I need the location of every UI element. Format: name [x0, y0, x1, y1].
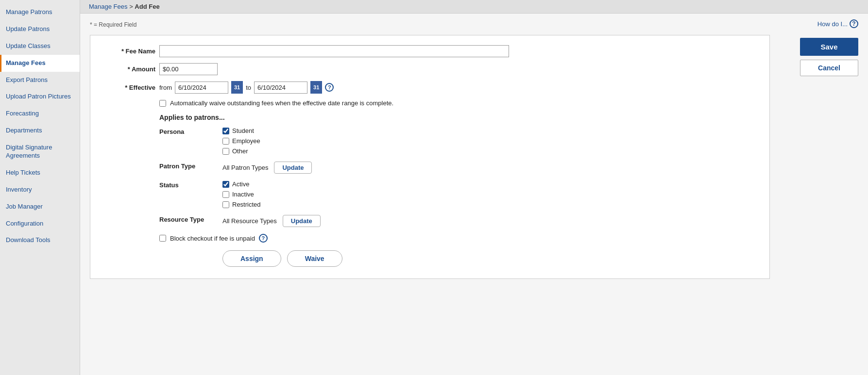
content-area: How do I... ? * = Required Field Save Ca…	[80, 14, 868, 375]
from-label: from	[159, 84, 172, 91]
persona-row: Persona StudentEmployeeOther	[159, 127, 758, 155]
sidebar-item-update-patrons[interactable]: Update Patrons	[0, 21, 80, 38]
amount-input[interactable]	[159, 63, 218, 75]
how-do-i-link[interactable]: How do I... ?	[817, 19, 858, 28]
fee-name-label: * Fee Name	[102, 48, 155, 55]
status-option-row: Active	[222, 180, 261, 188]
resource-type-content: All Resource Types Update	[222, 215, 321, 227]
block-checkout-row: Block checkout if fee is unpaid ?	[159, 234, 758, 243]
to-date-input[interactable]	[254, 82, 307, 94]
persona-option-label: Student	[232, 127, 254, 134]
status-option-row: Restricted	[222, 201, 261, 208]
auto-waive-label: Automatically waive outstanding fees whe…	[170, 99, 393, 107]
fee-name-row: * Fee Name	[102, 45, 758, 57]
sidebar-item-manage-fees[interactable]: Manage Fees	[0, 55, 80, 72]
sidebar-item-digital-signature-agreements[interactable]: Digital Signature Agreements	[0, 139, 80, 164]
from-date-input[interactable]	[175, 82, 228, 94]
patron-type-update-button[interactable]: Update	[274, 162, 312, 174]
sidebar-item-download-tools[interactable]: Download Tools	[0, 232, 80, 249]
persona-option-row: Other	[222, 147, 260, 155]
status-checkbox-restricted[interactable]	[222, 201, 229, 208]
breadcrumb-separator: >	[129, 3, 133, 10]
effective-help-icon[interactable]: ?	[325, 83, 334, 92]
sidebar-item-inventory[interactable]: Inventory	[0, 181, 80, 198]
breadcrumb-current: Add Fee	[135, 3, 159, 10]
cancel-button[interactable]: Cancel	[800, 60, 858, 76]
from-calendar-button[interactable]: 31	[231, 81, 243, 94]
status-option-label: Active	[232, 180, 249, 188]
amount-row: * Amount	[102, 63, 758, 75]
sidebar-item-update-classes[interactable]: Update Classes	[0, 38, 80, 55]
auto-waive-row: Automatically waive outstanding fees whe…	[159, 99, 758, 107]
persona-checkbox-employee[interactable]	[222, 138, 229, 145]
bottom-buttons: Assign Waive	[222, 250, 758, 267]
persona-label: Persona	[159, 127, 222, 135]
block-checkout-label: Block checkout if fee is unpaid	[170, 235, 255, 242]
to-label: to	[246, 84, 251, 91]
effective-date-row: from 31 to 31 ?	[159, 81, 334, 94]
status-row: Status ActiveInactiveRestricted	[159, 180, 758, 208]
resource-type-update-button[interactable]: Update	[283, 215, 321, 227]
patron-type-row: Patron Type All Patron Types Update	[159, 162, 758, 174]
persona-option-row: Student	[222, 127, 260, 134]
sidebar-item-manage-patrons[interactable]: Manage Patrons	[0, 4, 80, 21]
persona-checkbox-other[interactable]	[222, 148, 229, 155]
block-checkout-checkbox[interactable]	[159, 235, 166, 242]
status-checkbox-active[interactable]	[222, 181, 229, 188]
resource-type-label: Resource Type	[159, 215, 222, 223]
action-buttons: Save Cancel	[800, 38, 858, 76]
how-do-i-label: How do I...	[817, 20, 848, 28]
status-options: ActiveInactiveRestricted	[222, 180, 261, 208]
persona-option-label: Employee	[232, 137, 260, 145]
assign-button[interactable]: Assign	[222, 250, 281, 267]
sidebar-item-departments[interactable]: Departments	[0, 122, 80, 139]
breadcrumb: Manage Fees > Add Fee	[80, 0, 868, 14]
sidebar-item-export-patrons[interactable]: Export Patrons	[0, 72, 80, 89]
to-calendar-button[interactable]: 31	[310, 81, 322, 94]
save-button[interactable]: Save	[800, 38, 858, 56]
form-card: Save Cancel * Fee Name * Amount * Effect…	[90, 35, 770, 279]
applies-section: Persona StudentEmployeeOther Patron Type…	[159, 127, 758, 227]
help-circle-icon[interactable]: ?	[850, 19, 858, 28]
effective-label: * Effective	[102, 84, 155, 91]
sidebar-item-configuration[interactable]: Configuration	[0, 215, 80, 232]
amount-label: * Amount	[102, 65, 155, 73]
resource-type-row: Resource Type All Resource Types Update	[159, 215, 758, 227]
persona-option-label: Other	[232, 147, 248, 155]
effective-row: * Effective from 31 to 31 ?	[102, 81, 758, 94]
required-note: * = Required Field	[90, 21, 858, 28]
applies-to-heading: Applies to patrons...	[159, 114, 758, 121]
persona-options: StudentEmployeeOther	[222, 127, 260, 155]
status-option-label: Restricted	[232, 201, 261, 208]
patron-type-content: All Patron Types Update	[222, 162, 312, 174]
sidebar-item-help-tickets[interactable]: Help Tickets	[0, 164, 80, 181]
main-content: Manage Fees > Add Fee How do I... ? * = …	[80, 0, 868, 375]
status-checkbox-inactive[interactable]	[222, 191, 229, 198]
fee-name-input[interactable]	[159, 45, 509, 57]
persona-option-row: Employee	[222, 137, 260, 145]
breadcrumb-parent-link[interactable]: Manage Fees	[89, 3, 128, 10]
status-option-row: Inactive	[222, 191, 261, 198]
waive-button[interactable]: Waive	[287, 250, 342, 267]
sidebar-item-forecasting[interactable]: Forecasting	[0, 105, 80, 122]
status-option-label: Inactive	[232, 191, 254, 198]
sidebar-item-job-manager[interactable]: Job Manager	[0, 198, 80, 215]
patron-type-label: Patron Type	[159, 162, 222, 170]
all-patron-types-text: All Patron Types	[222, 164, 268, 171]
persona-checkbox-student[interactable]	[222, 128, 229, 134]
status-label: Status	[159, 180, 222, 189]
block-checkout-help-icon[interactable]: ?	[259, 234, 268, 243]
all-resource-types-text: All Resource Types	[222, 217, 277, 225]
auto-waive-checkbox[interactable]	[159, 100, 166, 107]
sidebar: Manage PatronsUpdate PatronsUpdate Class…	[0, 0, 80, 375]
sidebar-item-upload-patron-pictures[interactable]: Upload Patron Pictures	[0, 88, 80, 105]
